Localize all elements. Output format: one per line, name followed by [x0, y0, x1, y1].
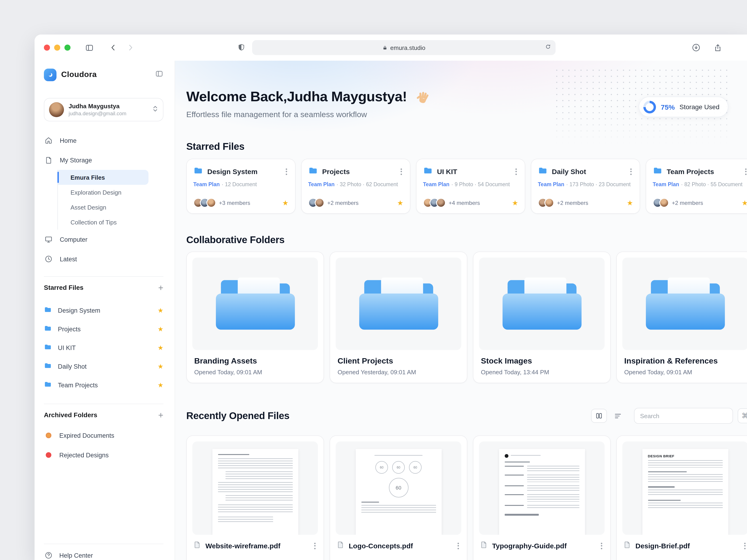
more-options-icon[interactable]: [399, 167, 403, 176]
minimize-window-button[interactable]: [54, 45, 60, 51]
sidebar-item-projects[interactable]: Projects ★: [44, 320, 163, 338]
computer-icon: [44, 235, 53, 244]
card-title: Team Projects: [667, 167, 740, 176]
folder-opened-time: Opened Yesterday, 09:01 AM: [336, 369, 461, 376]
file-name: Design-Brief.pdf: [636, 542, 739, 550]
starred-card[interactable]: Daily Shot Team Plan · 173 Photo · 23 Do…: [531, 159, 640, 214]
sidebar-item-help-center[interactable]: Help Center: [44, 544, 163, 560]
more-options-icon[interactable]: [743, 541, 747, 551]
star-icon[interactable]: ★: [397, 198, 403, 207]
card-title: UI KIT: [437, 167, 510, 176]
file-card[interactable]: Website-wireframe.pdf: [186, 435, 324, 560]
sidebar-item-team-projects[interactable]: Team Projects ★: [44, 376, 163, 394]
command-shortcut-key: ⌘: [738, 408, 747, 423]
back-button-icon[interactable]: [108, 43, 119, 53]
browser-window: emura.studio Cloudora: [34, 34, 747, 560]
url-text: emura.studio: [390, 44, 425, 51]
file-icon: [44, 156, 53, 164]
star-icon[interactable]: ★: [158, 344, 163, 351]
window-controls: [44, 45, 71, 51]
sidebar-item-asset-design[interactable]: Asset Design: [58, 200, 149, 215]
sidebar-item-expired-documents[interactable]: Expired Documents: [44, 426, 163, 445]
list-view-toggle[interactable]: [610, 409, 626, 423]
typography-logo-dot: [505, 454, 508, 458]
star-icon[interactable]: ★: [158, 306, 163, 314]
pdf-file-icon: [480, 541, 488, 551]
collab-folder-card[interactable]: Inspiration & References Opened Today, 0…: [616, 251, 747, 383]
share-icon[interactable]: [713, 43, 723, 53]
folder-icon: [193, 166, 203, 177]
document-preview: [479, 442, 604, 535]
file-card[interactable]: 60 60 60 60: [330, 435, 467, 560]
plan-label: Team Plan: [423, 182, 449, 187]
file-name: Website-wireframe.pdf: [205, 542, 309, 550]
sidebar-item-emura-files[interactable]: Emura Files: [58, 170, 149, 185]
star-icon[interactable]: ★: [282, 198, 288, 207]
zoom-window-button[interactable]: [65, 45, 71, 51]
collab-folder-card[interactable]: Client Projects Opened Yesterday, 09:01 …: [330, 251, 467, 383]
sidebar-item-latest[interactable]: Latest: [44, 249, 163, 269]
folder-name: Stock Images: [479, 356, 604, 366]
card-meta: · 9 Photo · 54 Document: [451, 182, 510, 187]
refresh-icon[interactable]: [545, 44, 551, 52]
more-options-icon[interactable]: [456, 541, 460, 551]
more-options-icon[interactable]: [284, 167, 288, 176]
collab-folder-card[interactable]: Stock Images Opened Today, 13:44 PM: [473, 251, 611, 383]
cloudora-logo-icon: [44, 69, 56, 81]
more-options-icon[interactable]: [313, 541, 317, 551]
star-icon[interactable]: ★: [627, 198, 633, 207]
chevron-updown-icon[interactable]: [152, 105, 158, 115]
search-input[interactable]: [634, 408, 733, 424]
recently-opened-heading: Recently Opened Files: [186, 410, 289, 421]
sidebar-item-daily-shot[interactable]: Daily Shot ★: [44, 357, 163, 376]
sidebar-item-computer[interactable]: Computer: [44, 230, 163, 249]
starred-card[interactable]: Projects Team Plan · 32 Photo · 62 Docum…: [301, 159, 410, 214]
folder-icon: [538, 166, 548, 177]
avatar-stack: [538, 198, 551, 208]
star-icon[interactable]: ★: [158, 381, 163, 389]
privacy-shield-icon[interactable]: [236, 43, 247, 53]
sidebar-item-design-system[interactable]: Design System ★: [44, 301, 163, 320]
star-icon[interactable]: ★: [158, 363, 163, 370]
starred-card[interactable]: UI KIT Team Plan · 9 Photo · 54 Document…: [416, 159, 525, 214]
more-options-icon[interactable]: [744, 167, 747, 176]
file-card[interactable]: DESIGN BRIEF: [616, 435, 747, 560]
sidebar-item-my-storage[interactable]: My Storage: [44, 150, 163, 170]
members-count: +2 members: [327, 199, 359, 206]
user-avatar: [49, 102, 64, 117]
collab-folder-card[interactable]: Branding Assets Opened Today, 09:01 AM: [186, 251, 324, 383]
document-preview: DESIGN BRIEF: [622, 442, 747, 535]
folder-icon: [308, 166, 318, 177]
card-title: Daily Shot: [552, 167, 625, 176]
more-options-icon[interactable]: [514, 167, 518, 176]
sidebar-item-ui-kit[interactable]: UI KIT ★: [44, 338, 163, 357]
collaborative-folders-heading: Collaborative Folders: [186, 234, 747, 245]
forward-button-icon[interactable]: [125, 43, 135, 53]
folder-name: Branding Assets: [192, 356, 318, 366]
sidebar-item-rejected-designs[interactable]: Rejected Designs: [44, 445, 163, 465]
avatar-stack: [193, 198, 213, 208]
starred-card[interactable]: Design System Team Plan · 12 Document +3…: [186, 159, 295, 214]
file-card[interactable]: Typography-Guide.pdf: [473, 435, 611, 560]
account-switcher[interactable]: Judha Maygustya judha.design@gmail.com: [44, 98, 163, 121]
card-title: Design System: [207, 167, 280, 176]
address-bar[interactable]: emura.studio: [252, 40, 556, 55]
add-archived-button[interactable]: +: [158, 410, 163, 419]
star-icon[interactable]: ★: [512, 198, 518, 207]
sidebar-item-collection-of-tips[interactable]: Collection of Tips: [58, 215, 149, 230]
downloads-icon[interactable]: [691, 43, 701, 53]
more-options-icon[interactable]: [629, 167, 633, 176]
sidebar-item-home[interactable]: Home: [44, 131, 163, 150]
more-options-icon[interactable]: [599, 541, 604, 551]
star-icon[interactable]: ★: [158, 325, 163, 333]
star-icon[interactable]: ★: [742, 198, 747, 207]
sidebar-collapse-icon[interactable]: [155, 70, 163, 80]
starred-list: Design System ★ Projects ★ UI KIT ★: [44, 301, 163, 394]
grid-view-toggle[interactable]: [591, 409, 607, 423]
starred-card[interactable]: Team Projects Team Plan · 82 Photo · 55 …: [646, 159, 747, 214]
browser-sidebar-toggle-icon[interactable]: [84, 43, 94, 53]
close-window-button[interactable]: [44, 45, 50, 51]
folder-illustration: [336, 258, 461, 350]
add-starred-button[interactable]: +: [158, 283, 163, 292]
sidebar-item-exploration-design[interactable]: Exploration Design: [58, 185, 149, 200]
